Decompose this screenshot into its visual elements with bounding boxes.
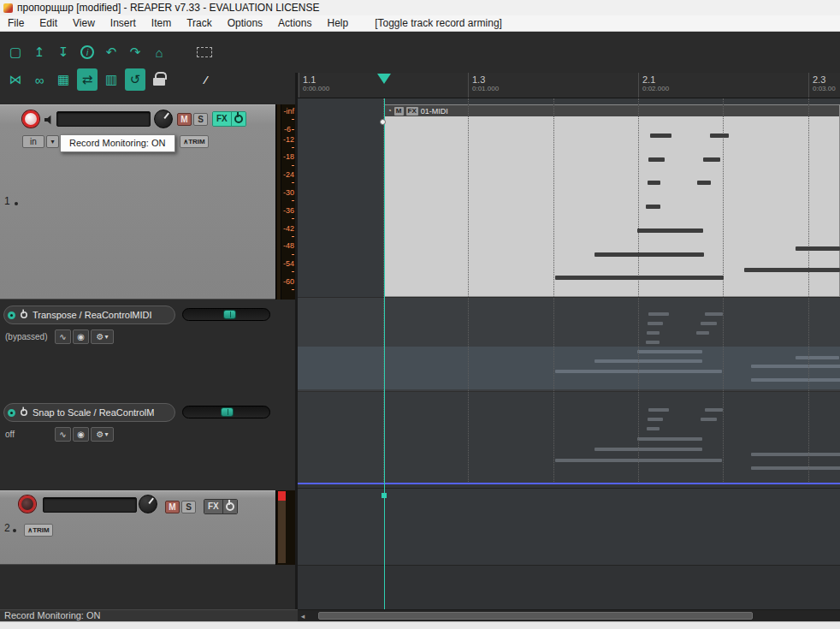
envelope-settings-button[interactable]: ⚙▾ — [91, 427, 114, 442]
envelope-armed-icon[interactable] — [8, 312, 15, 319]
midi-note[interactable] — [648, 181, 660, 185]
lock-icon[interactable] — [149, 68, 169, 91]
envelope-state-label: off — [5, 430, 15, 439]
chevron-down-icon: ▾ — [104, 330, 108, 343]
midi-note[interactable] — [710, 134, 729, 138]
auto-crossfade-icon[interactable]: ⇄ — [77, 68, 98, 91]
track2-trim-button[interactable]: ∧TRIM — [24, 524, 53, 537]
item-edge-handle[interactable] — [380, 119, 386, 125]
crossfade-tool-icon[interactable]: ⋈ — [5, 68, 26, 91]
track1-input-dropdown[interactable]: ▾ — [46, 135, 59, 148]
open-project-icon[interactable]: ↥ — [29, 41, 50, 63]
ruler-time-label: 0:00.000 — [303, 85, 329, 93]
envelope-transpose-fader[interactable] — [182, 308, 270, 321]
save-project-icon[interactable]: ↧ — [53, 41, 74, 63]
track-panel-1[interactable]: M S FX in ▾ Record Monitoring: ON ∧TRIM … — [0, 104, 275, 300]
menu-track[interactable]: Track — [179, 15, 220, 31]
envelope-paint-button[interactable]: ◉ — [73, 329, 89, 344]
scrollbar-thumb[interactable] — [318, 612, 753, 620]
grid-dots-icon[interactable]: ▦ — [53, 68, 74, 91]
power-icon[interactable] — [21, 409, 27, 416]
track2-solo-button[interactable]: S — [181, 501, 196, 513]
menu-actions[interactable]: Actions — [270, 15, 319, 31]
trim-label: TRIM — [188, 138, 205, 145]
scroll-left-arrow-icon[interactable]: ◂ — [298, 610, 308, 621]
undo-icon[interactable]: ↶ — [101, 41, 121, 63]
edit-cursor-handle[interactable] — [382, 493, 387, 498]
metronome-icon[interactable]: ⌂ — [149, 41, 169, 63]
arrange-area[interactable]: ◔ M FX 01-MIDI ◂ — [298, 98, 840, 621]
envelope-shape-button[interactable]: ∿ — [55, 329, 71, 344]
menu-options[interactable]: Options — [220, 15, 270, 31]
midi-note[interactable] — [650, 134, 671, 138]
envelope-paint-button[interactable]: ◉ — [73, 427, 89, 442]
envelope-button-row: ∿ ◉ ⚙▾ — [55, 427, 114, 442]
midi-note[interactable] — [703, 157, 720, 162]
track1-name-field[interactable] — [56, 111, 151, 127]
menu-item[interactable]: Item — [144, 15, 179, 31]
horizontal-scrollbar[interactable]: ◂ — [298, 609, 840, 621]
redo-icon[interactable]: ↷ — [125, 41, 145, 63]
track2-fx-button[interactable]: FX — [204, 500, 222, 513]
track1-trim-button[interactable]: ∧TRIM — [180, 135, 209, 148]
menu-view[interactable]: View — [65, 15, 103, 31]
track2-name-field[interactable] — [43, 497, 137, 513]
menu-edit[interactable]: Edit — [32, 15, 65, 31]
fader-thumb[interactable] — [221, 407, 234, 417]
midi-note[interactable] — [744, 268, 840, 272]
menu-file[interactable]: File — [0, 15, 32, 31]
razor-edit-icon[interactable]: ∕∕ — [195, 68, 216, 91]
grid-snap-icon[interactable]: ▥ — [101, 68, 121, 91]
envelope-snap-fader[interactable] — [182, 406, 270, 418]
track2-volume-knob[interactable] — [139, 495, 157, 513]
power-icon[interactable] — [21, 312, 27, 318]
ripple-edit-icon[interactable]: ↺ — [125, 68, 145, 91]
midi-note[interactable] — [637, 228, 703, 233]
meter-scale-label: -18 — [281, 153, 294, 169]
ruler-tick — [468, 73, 469, 98]
track1-meter[interactable]: -inf-6-12-18-24-30-36-42-48-54-60 — [275, 104, 295, 300]
midi-note[interactable] — [648, 157, 665, 162]
marquee-select-icon[interactable] — [197, 47, 212, 57]
midi-note[interactable] — [796, 246, 840, 251]
menu-insert[interactable]: Insert — [103, 15, 144, 31]
envelope-transpose-pill[interactable]: Transpose / ReaControlMIDI — [3, 306, 175, 324]
envelope-value-line[interactable] — [298, 483, 840, 484]
play-cursor-marker[interactable] — [377, 74, 391, 84]
envelope-shape-button[interactable]: ∿ — [55, 427, 71, 442]
track1-volume-knob[interactable] — [154, 110, 173, 128]
track1-solo-button[interactable]: S — [193, 113, 208, 126]
track2-fx-power-button[interactable] — [222, 500, 237, 513]
track-panel-2[interactable]: M S FX ∧TRIM 2 — [0, 490, 275, 565]
midi-note[interactable] — [555, 276, 724, 280]
meter-scale-label: -inf — [281, 108, 294, 123]
project-settings-icon[interactable]: i — [80, 45, 94, 59]
track1-mute-button[interactable]: M — [177, 113, 192, 126]
envelope-settings-button[interactable]: ⚙▾ — [91, 329, 114, 344]
envelope-link-icon[interactable]: ∞ — [29, 68, 50, 91]
track1-fx-power-button[interactable] — [231, 112, 245, 126]
timeline-ruler[interactable]: 1.10:00.0001.30:01.0002.10:02.0002.30:03… — [298, 73, 840, 98]
record-monitor-speaker-icon[interactable] — [44, 115, 55, 125]
midi-note[interactable] — [697, 181, 711, 185]
track1-fx-button[interactable]: FX — [213, 112, 231, 126]
fader-thumb[interactable] — [223, 310, 236, 319]
record-arm-button[interactable] — [19, 495, 36, 513]
track2-meter[interactable] — [275, 490, 295, 565]
menu-help[interactable]: Help — [319, 15, 356, 31]
track2-fx-group: FX — [204, 499, 238, 514]
track2-mute-button[interactable]: M — [165, 501, 180, 513]
edit-cursor-line[interactable] — [384, 98, 385, 609]
meter-clip-indicator[interactable] — [278, 491, 286, 501]
envelope-armed-icon[interactable] — [8, 409, 15, 417]
gear-icon: ⚙ — [97, 428, 104, 441]
envelope-snap-pill[interactable]: Snap to Scale / ReaControlM — [3, 403, 175, 422]
midi-note[interactable] — [595, 252, 704, 257]
midi-note[interactable] — [646, 205, 660, 209]
gear-icon: ⚙ — [97, 330, 104, 343]
menu-bar: File Edit View Insert Item Track Options… — [0, 15, 840, 32]
new-project-icon[interactable]: ▢ — [5, 41, 26, 63]
record-arm-button[interactable] — [22, 110, 39, 128]
track1-input-button[interactable]: in — [22, 135, 44, 148]
track1-fx-group: FX — [212, 111, 246, 127]
